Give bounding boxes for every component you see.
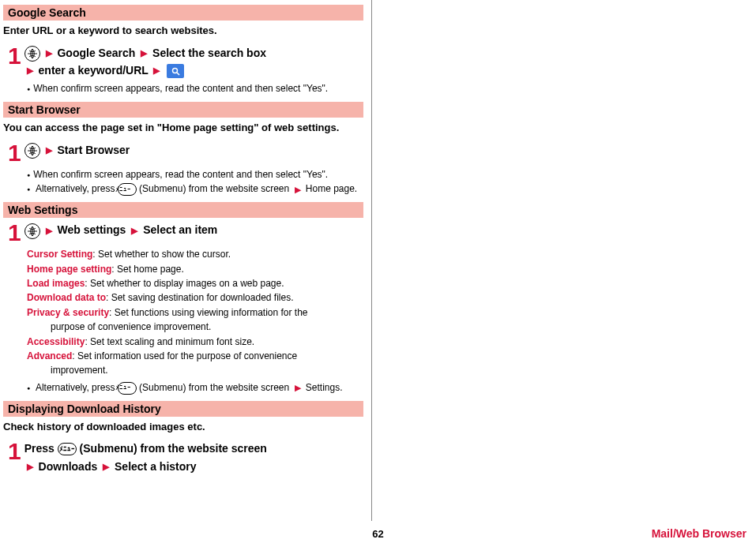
- step-text: Press: [24, 442, 58, 455]
- lead-browser: You can access the page set in "Home pag…: [3, 121, 363, 135]
- column-divider: [371, 0, 372, 521]
- setting-desc: : Set home page.: [111, 264, 183, 275]
- setting-desc-cont: improvement.: [27, 364, 363, 377]
- step-body: Press ﾒﾆｭｰ (Submenu) from the website sc…: [24, 440, 363, 475]
- submenu-key-icon: ﾒﾆｭｰ: [58, 443, 77, 455]
- arrow-icon: ▶: [153, 66, 160, 75]
- arrow-icon: ▶: [27, 66, 33, 75]
- arrow-icon: ▶: [103, 462, 109, 471]
- step-text: Downloads: [39, 460, 98, 473]
- setting-name: Advanced: [27, 350, 72, 361]
- step-body: ▶ Web settings ▶ Select an item: [24, 221, 363, 238]
- setting-name: Download data to: [27, 292, 106, 303]
- step-text: Select the search box: [152, 47, 266, 59]
- step-text: (Submenu) from the website screen: [77, 442, 267, 455]
- submenu-key-icon: ﾒﾆｭｰ: [118, 183, 137, 196]
- step-browser: 1 ▶ Start Browser: [8, 141, 363, 165]
- setting-item: Privacy & security: Set functions using …: [27, 306, 363, 320]
- setting-name: Home page setting: [27, 264, 111, 275]
- section-header-google: Google Search: [3, 5, 363, 21]
- setting-desc: : Set information used for the purpose o…: [72, 350, 297, 361]
- arrow-icon: ▶: [46, 145, 52, 155]
- page-number: 62: [0, 528, 756, 540]
- notes-web: Alternatively, press ﾒﾆｭｰ (Submenu) from…: [27, 381, 363, 395]
- step-body: ▶ Start Browser: [24, 141, 363, 159]
- note: When confirm screen appears, read the co…: [27, 168, 363, 182]
- arrow-icon: ▶: [141, 48, 147, 58]
- lead-download: Check history of downloaded images etc.: [3, 420, 363, 434]
- setting-desc-cont: purpose of convenience improvement.: [27, 320, 363, 334]
- left-column: Google Search Enter URL or a keyword to …: [0, 0, 371, 521]
- step-text: Start Browser: [57, 144, 130, 156]
- setting-item: Advanced: Set information used for the p…: [27, 350, 363, 363]
- svg-line-2: [177, 73, 179, 75]
- section-header-web: Web Settings: [3, 202, 363, 218]
- step-number: 1: [8, 141, 21, 165]
- step-number: 1: [8, 221, 21, 245]
- arrow-icon: ▶: [295, 383, 301, 392]
- section-header-download: Displaying Download History: [3, 401, 363, 417]
- arrow-icon: ▶: [27, 462, 33, 471]
- notes-google: When confirm screen appears, read the co…: [27, 82, 363, 95]
- step-number: 1: [8, 44, 21, 68]
- setting-desc: : Set whether to display images on a web…: [85, 278, 284, 289]
- setting-item: Home page setting: Set home page.: [27, 263, 363, 276]
- section-header-browser: Start Browser: [3, 102, 363, 118]
- setting-desc: : Set saving destination for downloaded …: [106, 292, 293, 303]
- step-number: 1: [8, 440, 21, 463]
- step-text: enter a keyword/URL: [39, 64, 149, 77]
- svg-point-1: [172, 68, 177, 73]
- arrow-icon: ▶: [46, 48, 52, 58]
- step-text: Select an item: [143, 223, 217, 236]
- search-icon: [167, 64, 184, 78]
- setting-name: Load images: [27, 278, 85, 289]
- setting-desc: : Set functions using viewing informatio…: [109, 307, 307, 318]
- setting-desc: : Set text scaling and minimum font size…: [85, 336, 254, 347]
- page-content: Google Search Enter URL or a keyword to …: [0, 0, 756, 521]
- setting-name: Privacy & security: [27, 307, 109, 318]
- setting-desc: : Set whether to show the cursor.: [92, 249, 231, 260]
- note: When confirm screen appears, read the co…: [27, 82, 363, 95]
- setting-name: Accessibility: [27, 336, 85, 347]
- globe-icon: [24, 223, 40, 239]
- setting-item: Cursor Setting: Set whether to show the …: [27, 248, 363, 261]
- note: Alternatively, press ﾒﾆｭｰ (Submenu) from…: [27, 182, 363, 196]
- step-text: Google Search: [57, 47, 135, 59]
- step-text: Select a history: [115, 460, 197, 473]
- setting-item: Download data to: Set saving destination…: [27, 291, 363, 305]
- arrow-icon: ▶: [131, 226, 137, 235]
- setting-item: Load images: Set whether to display imag…: [27, 277, 363, 290]
- step-text: Web settings: [57, 223, 126, 236]
- step-google: 1 ▶ Google Search ▶ Select the search bo…: [8, 44, 363, 80]
- globe-icon: [24, 46, 40, 62]
- step-web: 1 ▶ Web settings ▶ Select an item: [8, 221, 363, 245]
- arrow-icon: ▶: [295, 185, 301, 194]
- submenu-key-icon: ﾒﾆｭｰ: [118, 382, 137, 395]
- arrow-icon: ▶: [46, 226, 52, 235]
- setting-name: Cursor Setting: [27, 249, 92, 260]
- lead-google: Enter URL or a keyword to search website…: [3, 24, 363, 38]
- notes-browser: When confirm screen appears, read the co…: [27, 168, 363, 197]
- globe-icon: [24, 143, 40, 159]
- note: Alternatively, press ﾒﾆｭｰ (Submenu) from…: [27, 381, 363, 395]
- step-body: ▶ Google Search ▶ Select the search box …: [24, 44, 363, 80]
- settings-list: Cursor Setting: Set whether to show the …: [27, 248, 363, 378]
- setting-item: Accessibility: Set text scaling and mini…: [27, 335, 363, 349]
- step-download: 1 Press ﾒﾆｭｰ (Submenu) from the website …: [8, 440, 363, 475]
- section-label: Mail/Web Browser: [652, 527, 747, 540]
